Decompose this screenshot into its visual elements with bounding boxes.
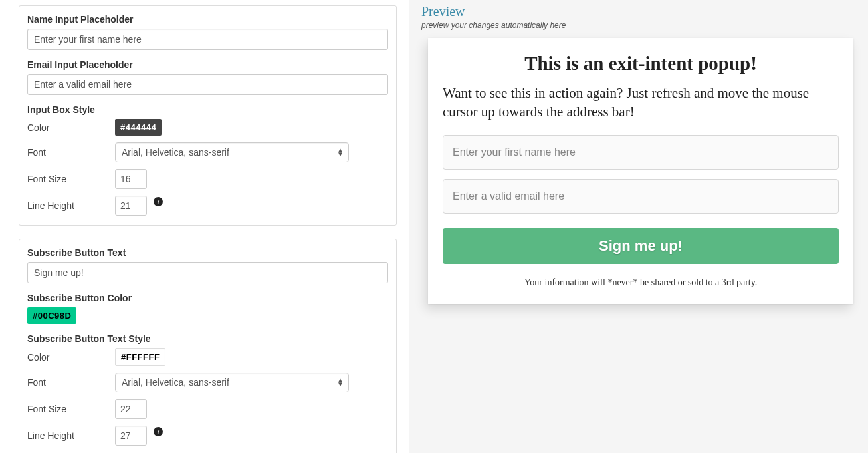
input-font-label: Font	[27, 147, 115, 158]
button-lineheight-label: Line Height	[27, 430, 115, 441]
button-text-label: Subscribe Button Text	[27, 247, 388, 258]
info-icon[interactable]: i	[154, 427, 163, 436]
button-font-label: Font	[27, 377, 115, 388]
input-font-select[interactable]: Arial, Helvetica, sans-serif	[115, 142, 349, 162]
popup-title: This is an exit-intent popup!	[443, 53, 839, 75]
input-color-swatch[interactable]: #444444	[115, 119, 162, 136]
name-placeholder-input[interactable]	[27, 29, 388, 50]
button-settings-panel: Subscribe Button Text Subscribe Button C…	[19, 239, 397, 453]
popup-name-input[interactable]	[443, 135, 839, 170]
popup-subtitle: Want to see this in action again? Just r…	[443, 84, 839, 122]
preview-column: Preview preview your changes automatical…	[409, 0, 868, 453]
preview-heading: Preview	[421, 4, 868, 19]
popup-email-input[interactable]	[443, 179, 839, 214]
settings-column: Name Input Placeholder Email Input Place…	[0, 0, 409, 453]
button-fontsize-input[interactable]	[115, 399, 147, 419]
input-color-label: Color	[27, 122, 115, 133]
input-settings-panel: Name Input Placeholder Email Input Place…	[19, 5, 397, 226]
button-text-color-swatch[interactable]: #FFFFFF	[115, 348, 165, 366]
input-lineheight-input[interactable]	[115, 196, 147, 216]
name-placeholder-label: Name Input Placeholder	[27, 14, 388, 25]
button-text-color-label: Color	[27, 352, 115, 363]
info-icon[interactable]: i	[154, 197, 163, 206]
button-color-swatch[interactable]: #00C98D	[27, 307, 76, 324]
email-placeholder-label: Email Input Placeholder	[27, 59, 388, 70]
popup-subscribe-button[interactable]: Sign me up!	[443, 228, 839, 264]
email-placeholder-input[interactable]	[27, 74, 388, 95]
input-fontsize-input[interactable]	[115, 169, 147, 189]
button-text-input[interactable]	[27, 262, 388, 283]
button-fontsize-label: Font Size	[27, 404, 115, 414]
button-text-style-label: Subscribe Button Text Style	[27, 333, 388, 344]
input-lineheight-label: Line Height	[27, 200, 115, 211]
preview-subheading: preview your changes automatically here	[421, 21, 868, 30]
input-box-style-label: Input Box Style	[27, 104, 388, 115]
popup-footer-text: Your information will *never* be shared …	[443, 277, 839, 288]
preview-popup: This is an exit-intent popup! Want to se…	[428, 38, 853, 304]
input-fontsize-label: Font Size	[27, 174, 115, 184]
button-color-label: Subscribe Button Color	[27, 293, 388, 303]
button-font-select[interactable]: Arial, Helvetica, sans-serif	[115, 373, 349, 392]
button-lineheight-input[interactable]	[115, 426, 147, 446]
